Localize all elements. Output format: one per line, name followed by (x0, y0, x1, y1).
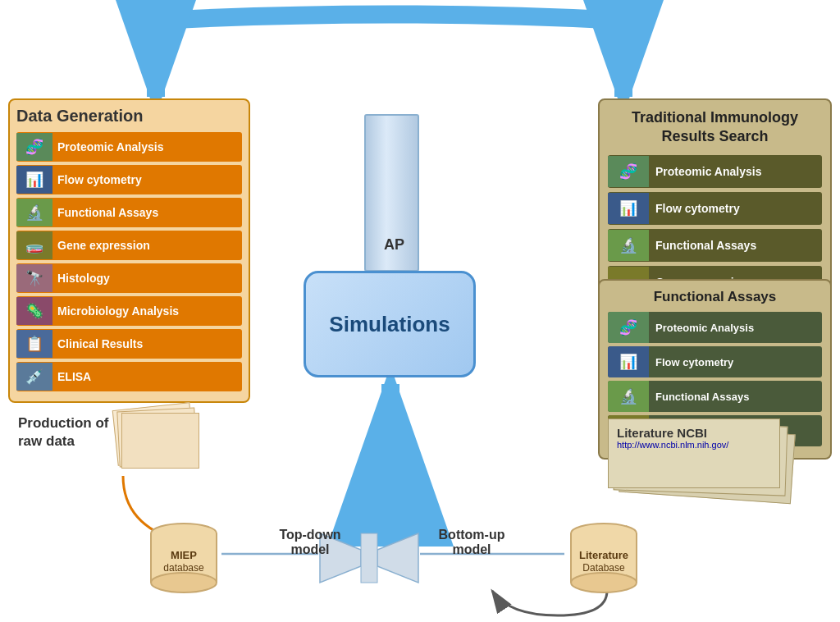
micro-icon: 🦠 (16, 297, 52, 325)
traditional-immunology-title: Traditional Immunology Results Search (608, 108, 822, 147)
histology-label: Histology (52, 272, 110, 285)
clinical-label: Clinical Results (52, 337, 143, 350)
gene-label: Gene expression (52, 239, 150, 252)
micro-label: Microbiology Analysis (52, 304, 179, 318)
proteomic-label: Proteomic Analysis (52, 140, 163, 153)
miep-database: MIEP database (146, 521, 221, 598)
flow-icon: 📊 (16, 166, 52, 194)
functional-label: Functional Assays (52, 206, 158, 219)
proteomic-icon: 🧬 (16, 133, 52, 161)
svg-text:database: database (163, 562, 204, 574)
gene-icon: 🧫 (16, 231, 52, 259)
miep-cylinder-svg: MIEP database (146, 521, 221, 595)
trad-flow-icon: 📊 (608, 193, 649, 224)
func-row-functional: 🔬 Functional Assays (608, 381, 822, 412)
literature-ncbi-section: Literature NCBI http://www.ncbi.nlm.nih.… (606, 418, 815, 501)
ncbi-title: Literature NCBI (617, 426, 771, 440)
func-proteomic-label: Proteomic Analysis (649, 322, 754, 334)
data-row-functional: 🔬 Functional Assays (16, 198, 242, 227)
functional-assays-right-title: Functional Assays (608, 289, 822, 305)
svg-point-22 (571, 573, 637, 592)
data-row-flow: 📊 Flow cytometry (16, 165, 242, 194)
trad-functional-icon: 🔬 (608, 230, 649, 261)
topdown-model-label: Top-down model (261, 528, 359, 557)
svg-rect-10 (361, 533, 377, 583)
func-row-flow: 📊 Flow cytometry (608, 346, 822, 377)
ncbi-url: http://www.ncbi.nlm.nih.gov/ (617, 440, 771, 450)
svg-text:Literature: Literature (579, 549, 628, 561)
diagram-container: Data Generation 🧬 Proteomic Analysis 📊 F… (0, 0, 840, 622)
clinical-icon: 📋 (16, 330, 52, 358)
func-functional-label: Functional Assays (649, 391, 749, 403)
trad-row-proteomic: 🧬 Proteomic Analysis (608, 155, 822, 188)
data-row-proteomic: 🧬 Proteomic Analysis (16, 132, 242, 162)
svg-text:MIEP: MIEP (171, 549, 197, 561)
func-flow-icon: 📊 (608, 346, 649, 377)
svg-text:Database: Database (582, 562, 625, 574)
trad-proteomic-icon: 🧬 (608, 156, 649, 187)
data-row-micro: 🦠 Microbiology Analysis (16, 296, 242, 326)
func-flow-label: Flow cytometry (649, 356, 733, 368)
lit-db-cylinder-svg: Literature Database (566, 521, 641, 595)
func-proteomic-icon: 🧬 (608, 312, 649, 343)
data-generation-title: Data Generation (16, 107, 242, 126)
simulations-label: Simulations (329, 312, 450, 337)
data-row-clinical: 📋 Clinical Results (16, 329, 242, 359)
trad-proteomic-label: Proteomic Analysis (649, 165, 761, 178)
elisa-label: ELISA (52, 370, 91, 383)
functional-icon: 🔬 (16, 199, 52, 226)
svg-point-15 (151, 573, 217, 592)
trad-functional-label: Functional Assays (649, 239, 756, 252)
func-row-proteomic: 🧬 Proteomic Analysis (608, 312, 822, 343)
histology-icon: 🔭 (16, 264, 52, 292)
trad-row-functional: 🔬 Functional Assays (608, 229, 822, 262)
trad-row-flow: 📊 Flow cytometry (608, 192, 822, 225)
data-row-histology: 🔭 Histology (16, 263, 242, 293)
raw-data-papers (115, 406, 205, 472)
bottomup-model-label: Bottom-up model (422, 528, 521, 557)
simulations-box: Simulations (304, 271, 476, 377)
elisa-icon: 💉 (16, 363, 52, 391)
data-row-gene: 🧫 Gene expression (16, 231, 242, 260)
literature-database: Literature Database (566, 521, 641, 598)
func-functional-icon: 🔬 (608, 381, 649, 412)
svg-marker-9 (377, 533, 418, 583)
ap-label: AP (384, 236, 404, 254)
flow-label: Flow cytometry (52, 173, 142, 186)
data-row-elisa: 💉 ELISA (16, 362, 242, 391)
trad-flow-label: Flow cytometry (649, 202, 740, 215)
data-generation-box: Data Generation 🧬 Proteomic Analysis 📊 F… (8, 98, 250, 403)
